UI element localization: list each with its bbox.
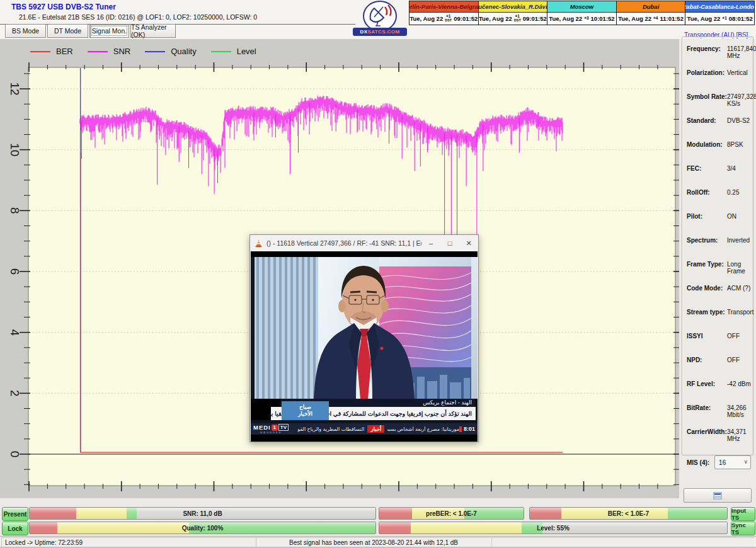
vlc-video-area[interactable]: الهند - اجتماع بريكس الهند تؤكد أن جنوب … bbox=[251, 251, 478, 442]
input-ts-indicator: Input TS bbox=[731, 507, 755, 521]
clock-time: Tue, Aug 22+411:01:52 bbox=[617, 13, 685, 25]
satellite-dish-icon bbox=[363, 1, 397, 31]
field-row: RF Level:-42 dBm bbox=[687, 380, 753, 404]
snr-bar: SNR: 11,0 dB bbox=[29, 507, 376, 520]
svg-text:10: 10 bbox=[8, 143, 21, 156]
clock-time: Tue, Aug 22+1DST09:01:52 bbox=[410, 13, 478, 25]
legend-item-level: Level bbox=[211, 47, 256, 56]
news-badge: أخبار bbox=[367, 425, 384, 433]
minimize-button[interactable]: – bbox=[421, 235, 440, 251]
ticker-tail-text: التساقطات المطرية والرياح القوية bbox=[297, 426, 364, 432]
maximize-button[interactable]: □ bbox=[440, 235, 459, 251]
stream-list-button[interactable] bbox=[684, 488, 752, 503]
lock-uptime-status: Locked -> Uptime: 72:23:59 bbox=[1, 537, 259, 547]
app-title: TBS 5927 USB DVB-S2 Tuner bbox=[11, 3, 116, 11]
clock-dubai: Dubai Tue, Aug 22+411:01:52 bbox=[616, 1, 686, 25]
mis-label: MIS (4): bbox=[687, 459, 709, 466]
vlc-titlebar[interactable]: () - 11618 Vertical 27497,366 / RF: -41 … bbox=[250, 235, 478, 251]
transponder-sidebar: Frequency:11617,840 MHz Polarization:Ver… bbox=[680, 30, 755, 501]
field-row: Stream type:Transport bbox=[687, 309, 753, 333]
field-row: Symbol Rate:27497,328 KS/s bbox=[687, 93, 753, 117]
clock-time: Tue, Aug 22+310:01:52 bbox=[547, 13, 616, 25]
field-row: Standard:DVB-S2 bbox=[687, 117, 753, 141]
news-anchor bbox=[251, 257, 478, 399]
close-button[interactable]: ✕ bbox=[459, 235, 478, 251]
preber-bar: preBER: < 1.0E-7 bbox=[379, 507, 524, 520]
level-line-swatch bbox=[211, 51, 231, 52]
tab-dt-mode[interactable]: DT Mode bbox=[47, 24, 88, 38]
clock-lucenec: Lučenec-Slovakia_R.Dávid Tue, Aug 22+1DS… bbox=[478, 1, 548, 25]
clock-city-label: Moscow bbox=[547, 1, 616, 13]
field-row: RollOff:0.25 bbox=[687, 189, 753, 213]
clock-time: Tue, Aug 22+1DST09:01:52 bbox=[479, 13, 547, 25]
clock-berlin: Berlin-Paris-Vienna-Belgrade Tue, Aug 22… bbox=[409, 1, 479, 25]
transponder-fields: Frequency:11617,840 MHz Polarization:Ver… bbox=[687, 45, 753, 452]
dxsatcs-logo: DXSATCS.COM bbox=[353, 0, 407, 38]
svg-text:2: 2 bbox=[8, 390, 21, 397]
mis-dropdown[interactable]: 16 ∨ bbox=[714, 455, 751, 469]
svg-text:0: 0 bbox=[8, 451, 21, 458]
logo-banner: DXSATCS.COM bbox=[353, 28, 407, 36]
lock-indicator: Lock bbox=[2, 522, 28, 535]
svg-text:12: 12 bbox=[8, 82, 21, 95]
clock-red-accent bbox=[459, 426, 462, 432]
field-row: Modulation:8PSK bbox=[687, 141, 753, 165]
legend-item-ber: BER bbox=[30, 47, 73, 56]
status-bar: Locked -> Uptime: 72:23:59 Best signal h… bbox=[0, 536, 756, 547]
clock-moscow: Moscow Tue, Aug 22+310:01:52 bbox=[547, 1, 617, 25]
field-row: Frequency:11617,840 MHz bbox=[687, 45, 753, 69]
clock-rabat: Rabat-Casablanca-London Tue, Aug 22+108:… bbox=[685, 1, 755, 25]
snr-line-swatch bbox=[88, 51, 108, 52]
vlc-cone-icon bbox=[255, 239, 263, 248]
news-ticker: MEDI 1 TV MAGHREB التساقطات المطرية والر… bbox=[251, 423, 478, 435]
medi1tv-logo: MEDI 1 TV MAGHREB bbox=[253, 424, 289, 434]
field-row: CarrierWidth:34,371 MHz bbox=[687, 428, 753, 452]
quality-bar: Quality: 100% bbox=[29, 522, 376, 534]
svg-text:6: 6 bbox=[8, 268, 21, 275]
header: TBS 5927 USB DVB-S2 Tuner 21.6E - Eutels… bbox=[0, 0, 756, 39]
clock-city-label: Berlin-Paris-Vienna-Belgrade bbox=[410, 1, 478, 13]
world-clocks: Berlin-Paris-Vienna-Belgrade Tue, Aug 22… bbox=[409, 1, 755, 25]
level-bar: Level: 55% bbox=[379, 522, 728, 534]
tab-ts-analyzer[interactable]: TS Analyzer (OK) bbox=[130, 24, 176, 38]
field-row: ISSYIOFF bbox=[687, 333, 753, 357]
clock-city-label: Dubai bbox=[617, 1, 685, 13]
tuned-transponder-summary: 21.6E - Eutelsat 21B SES 16 (ID: 0216) @… bbox=[19, 13, 257, 21]
broadcast-clock: 8:01 bbox=[459, 426, 475, 432]
status-spacer bbox=[491, 537, 755, 547]
field-row: NPD:OFF bbox=[687, 357, 753, 380]
tab-bs-mode[interactable]: BS Mode bbox=[5, 24, 46, 38]
quality-line-swatch bbox=[145, 51, 165, 52]
tab-signal-mon[interactable]: Signal Mon. bbox=[89, 24, 129, 38]
field-row: Spectrum:Inverted bbox=[687, 237, 753, 261]
news-studio-scene bbox=[251, 257, 478, 399]
clock-city-label: Rabat-Casablanca-London bbox=[685, 1, 754, 13]
vlc-player-window: () - 11618 Vertical 27497,366 / RF: -41 … bbox=[249, 234, 479, 442]
clock-time: Tue, Aug 22+108:01:52 bbox=[685, 13, 754, 25]
legend-item-quality: Quality bbox=[145, 47, 196, 56]
field-row: FEC:3/4 bbox=[687, 165, 753, 189]
program-badge: صباحالأخبار bbox=[282, 401, 329, 420]
svg-text:8: 8 bbox=[8, 207, 21, 214]
svg-text:4: 4 bbox=[8, 329, 21, 336]
field-row: Frame Type:Long Frame bbox=[687, 261, 753, 285]
clock-city-label: Lučenec-Slovakia_R.Dávid bbox=[479, 1, 547, 13]
tuner-app-window: TBS 5927 USB DVB-S2 Tuner 21.6E - Eutels… bbox=[0, 0, 756, 548]
best-signal-status: Best signal has been seen at 2023-08-20 … bbox=[256, 537, 491, 547]
vlc-title-text: () - 11618 Vertical 27497,366 / RF: -41 … bbox=[266, 239, 421, 247]
list-icon bbox=[713, 492, 722, 499]
field-row: Pilot:ON bbox=[687, 213, 753, 237]
ber-line-swatch bbox=[30, 51, 50, 52]
field-row: Polarization:Vertical bbox=[687, 69, 753, 93]
present-indicator: Present bbox=[2, 507, 28, 521]
chevron-down-icon: ∨ bbox=[743, 459, 748, 465]
mis-row: MIS (4): 16 ∨ bbox=[687, 455, 751, 469]
ticker-head-text: موريتانيا: مصرع أربعة أشخاص بسبب bbox=[387, 426, 459, 432]
legend-item-snr: SNR bbox=[88, 47, 130, 56]
sync-ts-indicator: Sync TS bbox=[731, 522, 755, 535]
field-row: Code Mode:ACM (?) bbox=[687, 285, 753, 309]
field-row: BitRate:34,266 Mbit/s bbox=[687, 404, 753, 428]
ber-bar: BER: < 1.0E-7 bbox=[529, 507, 728, 520]
chart-legend: BER SNR Quality Level bbox=[30, 47, 271, 56]
